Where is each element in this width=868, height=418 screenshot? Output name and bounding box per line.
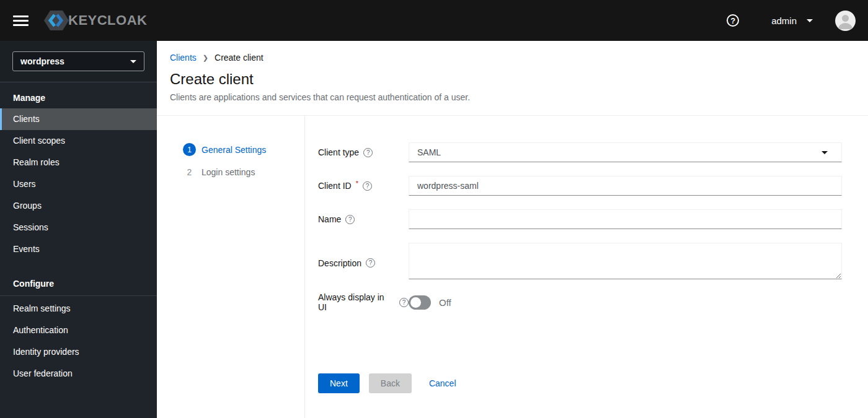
sidebar-item-realm-roles[interactable]: Realm roles xyxy=(0,152,157,173)
always-display-label: Always display in UI xyxy=(318,292,395,312)
client-type-select[interactable]: SAML xyxy=(409,142,842,162)
client-type-label: Client type xyxy=(318,147,359,157)
sidebar-item-user-federation[interactable]: User federation xyxy=(0,363,157,385)
sidebar-item-identity-providers[interactable]: Identity providers xyxy=(0,341,157,363)
keycloak-logo: KEYCLOAK xyxy=(42,8,147,33)
client-type-value: SAML xyxy=(417,147,441,157)
sidebar-item-clients[interactable]: Clients xyxy=(0,108,157,130)
select-caret-down-icon xyxy=(822,151,828,154)
nav-section-configure: Configure xyxy=(0,260,157,294)
sidebar-item-authentication[interactable]: Authentication xyxy=(0,320,157,341)
back-button[interactable]: Back xyxy=(369,373,412,393)
cancel-button[interactable]: Cancel xyxy=(429,378,456,388)
wizard-actions: Next Back Cancel xyxy=(318,373,842,393)
required-asterisk: * xyxy=(356,180,358,187)
sidebar: wordpress Manage Clients Client scopes R… xyxy=(0,41,157,418)
keycloak-logo-icon xyxy=(42,8,71,33)
description-textarea[interactable] xyxy=(409,243,842,279)
realm-caret-down-icon xyxy=(130,60,136,63)
always-display-toggle[interactable] xyxy=(409,295,431,310)
always-display-row: Always display in UI ? Off xyxy=(318,292,842,312)
description-row: Description ? xyxy=(318,243,842,279)
breadcrumb-current: Create client xyxy=(215,53,264,63)
sidebar-item-sessions[interactable]: Sessions xyxy=(0,217,157,238)
description-label: Description xyxy=(318,258,361,268)
step-2-indicator: 2 xyxy=(183,165,196,178)
sidebar-item-client-scopes[interactable]: Client scopes xyxy=(0,130,157,152)
page-header: Clients ❯ Create client Create client Cl… xyxy=(157,41,868,116)
nav-section-manage: Manage xyxy=(0,82,157,108)
breadcrumb-clients-link[interactable]: Clients xyxy=(170,53,197,63)
avatar[interactable] xyxy=(835,11,856,31)
client-id-label: Client ID xyxy=(318,181,352,191)
step-1-indicator: 1 xyxy=(183,143,196,156)
name-help-icon[interactable]: ? xyxy=(345,215,355,224)
toggle-knob xyxy=(410,297,421,308)
sidebar-item-realm-settings[interactable]: Realm settings xyxy=(0,296,157,320)
client-id-row: Client ID * ? xyxy=(318,176,842,196)
next-button[interactable]: Next xyxy=(318,373,360,393)
always-display-help-icon[interactable]: ? xyxy=(399,298,409,307)
caret-down-icon xyxy=(807,19,813,22)
username-label: admin xyxy=(771,15,797,26)
create-client-form: Client type ? SAML Client ID * ? xyxy=(305,116,868,418)
client-id-help-icon[interactable]: ? xyxy=(363,181,372,191)
main-content: Clients ❯ Create client Create client Cl… xyxy=(157,41,868,418)
realm-selector[interactable]: wordpress xyxy=(12,51,144,71)
toggle-state-label: Off xyxy=(439,297,451,308)
name-label: Name xyxy=(318,214,341,224)
step-1-label: General Settings xyxy=(202,145,266,155)
wizard-step-general-settings[interactable]: 1 General Settings xyxy=(183,143,304,156)
breadcrumb: Clients ❯ Create client xyxy=(170,53,868,63)
sidebar-item-events[interactable]: Events xyxy=(0,238,157,260)
client-type-help-icon[interactable]: ? xyxy=(363,148,373,157)
wizard-step-login-settings[interactable]: 2 Login settings xyxy=(183,165,304,178)
client-type-row: Client type ? SAML xyxy=(318,142,842,162)
page-subtitle: Clients are applications and services th… xyxy=(170,92,868,102)
wizard-nav: 1 General Settings 2 Login settings xyxy=(157,116,305,418)
app-header: KEYCLOAK ? admin xyxy=(0,0,868,41)
name-input[interactable] xyxy=(409,209,842,229)
sidebar-item-groups[interactable]: Groups xyxy=(0,195,157,217)
name-row: Name ? xyxy=(318,209,842,229)
hamburger-menu-icon[interactable] xyxy=(13,13,29,28)
realm-name-label: wordpress xyxy=(20,56,64,66)
description-help-icon[interactable]: ? xyxy=(366,258,375,268)
help-icon[interactable]: ? xyxy=(727,14,739,27)
page-title: Create client xyxy=(170,71,868,88)
client-id-input[interactable] xyxy=(409,176,842,196)
brand-text: KEYCLOAK xyxy=(68,12,147,28)
sidebar-item-users[interactable]: Users xyxy=(0,173,157,195)
realm-selector-area: wordpress xyxy=(0,41,157,82)
user-menu[interactable]: admin xyxy=(771,15,813,26)
step-2-label: Login settings xyxy=(202,167,255,177)
breadcrumb-separator-icon: ❯ xyxy=(203,54,208,62)
